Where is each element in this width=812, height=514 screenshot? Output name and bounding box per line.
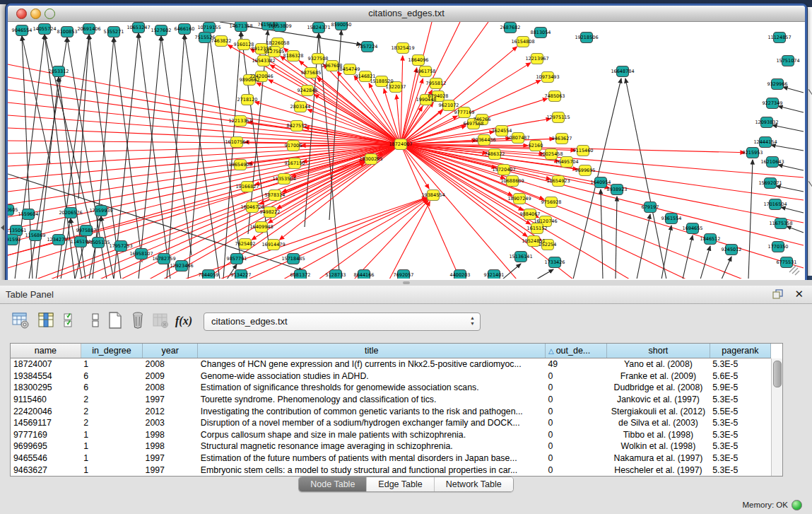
cell-pagerank[interactable]: 5.6E-5 [710, 370, 770, 382]
cell-in_degree[interactable]: 1 [81, 464, 142, 476]
tab-edge-table[interactable]: Edge Table [366, 477, 433, 491]
cell-pagerank[interactable]: 5.3E-5 [710, 464, 770, 476]
cell-name[interactable]: 18724007 [11, 358, 81, 370]
column-header-short[interactable]: short [607, 344, 710, 358]
select-all-icon[interactable] [62, 311, 82, 331]
cell-short[interactable]: Jankovic et al. (1997) [607, 394, 710, 406]
panel-splitter[interactable] [0, 280, 812, 286]
table-row[interactable]: 946554611997Estimation of the future num… [11, 452, 771, 465]
cell-title[interactable]: Estimation of the future numbers of pati… [198, 452, 546, 465]
cell-out_degree[interactable]: 0 [545, 464, 606, 476]
network-canvas[interactable]: 1872400718300295193845547463822916012889… [8, 22, 805, 280]
scrollbar-thumb[interactable] [773, 361, 782, 387]
cell-short[interactable]: Wolkin et al. (1998) [607, 440, 710, 452]
cell-in_degree[interactable]: 1 [81, 440, 142, 452]
column-header-year[interactable]: year [143, 344, 198, 358]
cell-name[interactable]: 9699695 [11, 440, 81, 452]
cell-out_degree[interactable]: 0 [545, 440, 606, 452]
function-builder-icon[interactable]: f(x) [175, 311, 199, 331]
table-row[interactable]: 1830029562008Estimation of significance … [11, 382, 771, 394]
table-row[interactable]: 911546021997Tourette syndrome. Phenomeno… [11, 394, 771, 406]
cell-short[interactable]: Nakamura et al. (1997) [607, 452, 710, 465]
cell-out_degree[interactable]: 0 [545, 417, 606, 429]
cell-name[interactable]: 14569117 [11, 417, 81, 429]
cell-name[interactable]: 9115460 [11, 394, 81, 406]
cell-pagerank[interactable]: 5.3E-5 [710, 358, 770, 370]
cell-pagerank[interactable]: 5.3E-5 [710, 394, 770, 406]
cell-year[interactable]: 1998 [143, 440, 198, 452]
cell-short[interactable]: Yano et al. (2008) [607, 358, 710, 370]
cell-year[interactable]: 2012 [143, 405, 198, 417]
cell-out_degree[interactable]: 0 [545, 405, 606, 417]
cell-out_degree[interactable]: 0 [545, 370, 606, 382]
cell-title[interactable]: Tourette syndrome. Phenomenology and cla… [198, 394, 546, 406]
tab-network-table[interactable]: Network Table [434, 477, 513, 491]
table-row[interactable]: 977716911998Corpus callosum shape and si… [11, 429, 771, 441]
cell-in_degree[interactable]: 2 [81, 405, 142, 417]
close-panel-icon[interactable]: ✕ [794, 288, 804, 300]
cell-in_degree[interactable]: 2 [81, 394, 142, 406]
cell-year[interactable]: 1997 [143, 464, 198, 476]
cell-short[interactable]: Hescheler et al. (1997) [607, 464, 710, 476]
cell-pagerank[interactable]: 5.3E-5 [710, 429, 770, 441]
cell-short[interactable]: Tibbo et al. (1998) [607, 429, 710, 441]
cell-title[interactable]: Investigating the contribution of common… [198, 405, 546, 417]
cell-title[interactable]: Structural magnetic resonance image aver… [198, 440, 546, 452]
cell-pagerank[interactable]: 5.3E-5 [710, 440, 770, 452]
table-row[interactable]: 1872400712008Changes of HCN gene express… [11, 358, 771, 370]
table-selector-dropdown[interactable]: citations_edges.txt ▲▼ [204, 313, 481, 331]
tab-node-table[interactable]: Node Table [299, 477, 366, 491]
table-row[interactable]: 969969511998Structural magnetic resonanc… [11, 440, 771, 452]
column-header-name[interactable]: name [11, 344, 81, 358]
table-scrollbar[interactable] [771, 358, 782, 476]
cell-in_degree[interactable]: 1 [81, 452, 142, 465]
cell-short[interactable]: Stergiakouli et al. (2012) [607, 405, 710, 417]
table-row[interactable]: 1456911722003Disruption of a novel membe… [11, 417, 771, 429]
cell-out_degree[interactable]: 0 [545, 382, 606, 394]
cell-short[interactable]: Dudbridge et al. (2008) [607, 382, 710, 394]
cell-year[interactable]: 1997 [143, 394, 198, 406]
cell-pagerank[interactable]: 5.5E-5 [710, 405, 770, 417]
column-header-out-degree[interactable]: △out_de... [545, 344, 606, 358]
cell-in_degree[interactable]: 6 [81, 382, 142, 394]
panel-expand-arrow-icon[interactable] [1, 225, 4, 230]
table-row[interactable]: 1938455462009Genome-wide association stu… [11, 370, 771, 382]
cell-title[interactable]: Changes of HCN gene expression and I(f) … [198, 358, 546, 370]
cell-year[interactable]: 2003 [143, 417, 198, 429]
cell-title[interactable]: Embryonic stem cells: a model to study s… [198, 464, 546, 476]
cell-name[interactable]: 18300295 [11, 382, 81, 394]
cell-year[interactable]: 2008 [143, 358, 198, 370]
table-row[interactable]: 2242004622012Investigating the contribut… [11, 405, 771, 417]
delete-table-icon[interactable] [151, 311, 171, 331]
cell-title[interactable]: Genome-wide association studies in ADHD. [198, 370, 546, 382]
cell-short[interactable]: de Silva et al. (2003) [607, 417, 710, 429]
cell-name[interactable]: 9777169 [11, 429, 81, 441]
cell-pagerank[interactable]: 5.3E-5 [710, 417, 770, 429]
unselect-all-icon[interactable] [86, 311, 106, 331]
cell-in_degree[interactable]: 1 [81, 429, 142, 441]
column-header-in-degree[interactable]: in_degree [81, 344, 142, 358]
citation-network-graph[interactable]: 1872400718300295193845547463822916012889… [8, 22, 805, 279]
cell-in_degree[interactable]: 2 [81, 417, 142, 429]
cell-name[interactable]: 9463627 [11, 464, 81, 476]
cell-pagerank[interactable]: 5.9E-5 [710, 382, 770, 394]
cell-in_degree[interactable]: 6 [81, 370, 142, 382]
cell-out_degree[interactable]: 49 [545, 358, 606, 370]
cell-name[interactable]: 19384554 [11, 370, 81, 382]
window-titlebar[interactable]: citations_edges.txt [8, 6, 805, 22]
column-header-pagerank[interactable]: pagerank [710, 344, 770, 358]
cell-year[interactable]: 2009 [143, 370, 198, 382]
table-mode-icon[interactable] [11, 311, 31, 331]
cell-year[interactable]: 2008 [143, 382, 198, 394]
cell-year[interactable]: 1998 [143, 429, 198, 441]
cell-title[interactable]: Disruption of a novel member of a sodium… [198, 417, 546, 429]
cell-title[interactable]: Estimation of significance thresholds fo… [198, 382, 546, 394]
memory-status-indicator[interactable] [792, 500, 802, 510]
float-panel-icon[interactable] [772, 289, 784, 299]
new-column-icon[interactable] [106, 311, 126, 331]
cell-out_degree[interactable]: 0 [545, 452, 606, 465]
cell-name[interactable]: 9465546 [11, 452, 81, 465]
cell-short[interactable]: Franke et al. (2009) [607, 370, 710, 382]
show-columns-icon[interactable] [37, 311, 57, 331]
splitter-grip[interactable] [403, 281, 410, 284]
